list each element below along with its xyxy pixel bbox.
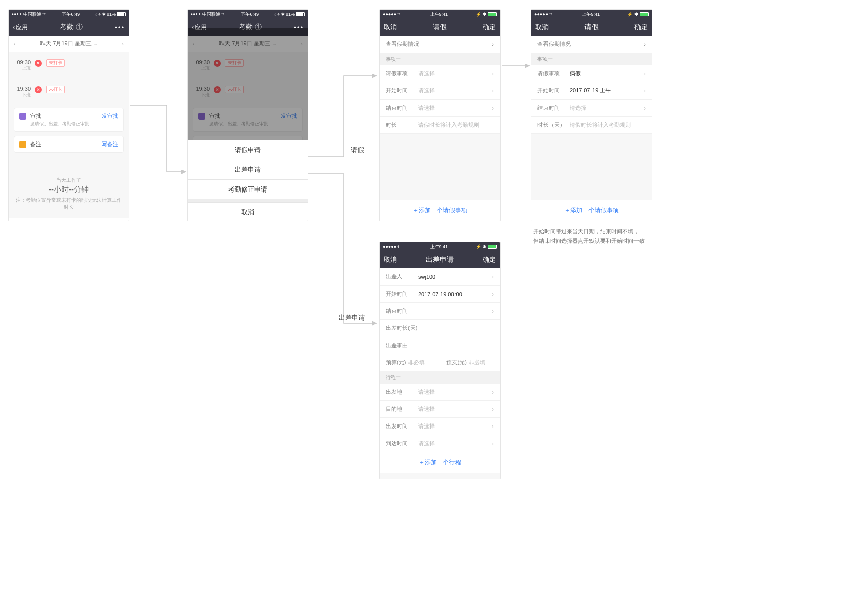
sheet-option-leave[interactable]: 请假申请 [188, 140, 308, 160]
chevron-right-icon: › [492, 291, 494, 298]
trip-reason-row[interactable]: 出差事由 [380, 337, 500, 354]
chevron-right-icon: › [644, 87, 646, 94]
status-bar: ●●●●● ᯤ 上午9:41 ⚡ ✱ [380, 10, 500, 19]
note-card: 备注 写备注 [14, 136, 124, 153]
leave-type-row[interactable]: 请假事项 请选择 › [380, 65, 500, 82]
duration-row: 时长（天） 请假时长将计入考勤规则 [531, 117, 652, 134]
alert-icon: ✕ [35, 86, 42, 93]
chevron-left-icon[interactable]: ‹ [14, 41, 16, 47]
sheet-option-correction[interactable]: 考勤修正申请 [188, 179, 308, 199]
cancel-button[interactable]: 取消 [384, 255, 397, 264]
screen-trip-apply: ●●●●● ᯤ 上午9:41 ⚡ ✱ 取消 出差申请 确定 出差人 swj100… [379, 242, 501, 479]
trip-start-row[interactable]: 开始时间 2017-07-19 08:00 › [380, 286, 500, 303]
confirm-button[interactable]: 确定 [483, 255, 496, 264]
trip-depart-row[interactable]: 出发时间 请选择 › [380, 418, 500, 435]
chevron-right-icon: › [492, 70, 494, 77]
status-tag: 未打卡 [46, 86, 65, 93]
end-time-row[interactable]: 结束时间 请选择 › [380, 100, 500, 117]
chevron-right-icon: › [492, 41, 494, 48]
add-trip-button[interactable]: ＋添加一个行程 [380, 452, 500, 473]
chevron-down-icon: ⌄ [93, 40, 98, 46]
bluetooth-icon: ⚡ ✱ [627, 12, 639, 17]
wifi-icon: ᯤ [221, 12, 226, 17]
start-time-row[interactable]: 开始时间 请选择 › [380, 82, 500, 100]
start-time-row[interactable]: 开始时间 2017-07-19 上午 › [531, 82, 652, 100]
bluetooth-icon: ⚡ ✱ [476, 244, 487, 249]
flow-label-leave: 请假 [351, 146, 364, 155]
wifi-icon: ᯤ [549, 12, 554, 17]
duration-row: 时长 请假时长将计入考勤规则 [380, 117, 500, 134]
cancel-button[interactable]: 取消 [535, 23, 549, 32]
nav-bar: 取消 出差申请 确定 [380, 251, 500, 268]
trip-arrive-row[interactable]: 到达时间 请选择 › [380, 435, 500, 452]
chevron-left-icon: ‹ [13, 24, 15, 31]
section-header: 事项一 [380, 53, 500, 65]
start-approval-button[interactable]: 发审批 [102, 112, 118, 120]
chevron-right-icon: › [644, 41, 646, 48]
view-vacation-link[interactable]: 查看假期情况› [531, 36, 652, 53]
screen-attendance-sheet: •••∘∘ 中国联通 ᯤ 下午6:49 ⟐ ⌖ ✱ 81% ‹应用 考勤 ① •… [187, 9, 308, 221]
signal-icon: ●●●●● [534, 12, 548, 17]
screen-leave-filled: ●●●●● ᯤ 上午9:41 ⚡ ✱ 取消 请假 确定 查看假期情况› 事项一 … [531, 9, 652, 221]
section-header: 事项一 [531, 53, 652, 65]
chevron-right-icon: › [492, 423, 494, 430]
nav-bar: ‹应用 考勤 ① ••• [9, 19, 129, 36]
signal-icon: •••∘∘ [191, 12, 201, 17]
nav-title: 请假 [549, 23, 634, 32]
confirm-button[interactable]: 确定 [483, 23, 496, 32]
chevron-right-icon[interactable]: › [122, 41, 124, 47]
nav-bar: 取消 请假 确定 [531, 19, 652, 36]
add-leave-item-button[interactable]: ＋添加一个请假事项 [531, 200, 652, 221]
chevron-right-icon: › [492, 87, 494, 94]
sheet-cancel[interactable]: 取消 [188, 202, 308, 221]
chevron-right-icon: › [644, 105, 646, 112]
signal-icon: •••∘∘ [12, 12, 22, 17]
work-duration-summary: 当天工作了 --小时--分钟 注：考勤位置异常或未打卡的时段无法计算工作时长 [9, 157, 129, 218]
bluetooth-icon: ⚡ ✱ [476, 12, 487, 17]
add-leave-item-button[interactable]: ＋添加一个请假事项 [380, 200, 500, 221]
action-sheet: 请假申请 出差申请 考勤修正申请 取消 [188, 140, 308, 221]
status-bar: •••∘∘ 中国联通 ᯤ 下午6:49 ⟐ ⌖ ✱ 81% [9, 10, 129, 19]
screen-attendance: •••∘∘ 中国联通 ᯤ 下午6:49 ⟐ ⌖ ✱ 81% ‹应用 考勤 ① •… [8, 9, 129, 221]
trip-duration-row[interactable]: 出差时长(天) [380, 320, 500, 337]
trip-budget-row[interactable]: 预算(元) 非必填 预支(元) 非必填 [380, 354, 500, 371]
trip-end-row[interactable]: 结束时间 › [380, 303, 500, 320]
chevron-right-icon: › [492, 105, 494, 112]
confirm-button[interactable]: 确定 [634, 23, 648, 32]
nav-bar: 取消 请假 确定 [380, 19, 500, 36]
wifi-icon: ᯤ [397, 244, 402, 249]
approval-card: 审批 发请假、出差、考勤修正审批 发审批 [14, 108, 124, 132]
chevron-right-icon: › [492, 440, 494, 447]
chevron-right-icon: › [644, 70, 646, 77]
chevron-right-icon: › [492, 389, 494, 396]
design-note: 开始时间带过来当天日期，结束时间不填， 但结束时间选择器点开默认要和开始时间一致 [533, 227, 665, 245]
wifi-icon: ᯤ [397, 12, 402, 17]
date-selector[interactable]: ‹ 昨天 7月19日 星期三 ⌄ › [9, 36, 129, 52]
view-vacation-link[interactable]: 查看假期情况› [380, 36, 500, 53]
status-bar: ●●●●● ᯤ 上午9:41 ⚡ ✱ [531, 10, 652, 19]
note-icon [19, 141, 26, 148]
write-note-button[interactable]: 写备注 [102, 140, 118, 148]
signal-icon: ●●●●● [383, 12, 396, 17]
section-header: 行程一 [380, 371, 500, 384]
back-button[interactable]: ‹应用 [13, 23, 28, 32]
trip-from-row[interactable]: 出发地 请选择 › [380, 384, 500, 401]
alert-icon: ✕ [35, 60, 42, 67]
trip-person-row[interactable]: 出差人 swj100 › [380, 268, 500, 286]
timeline: 09:30上班 ✕ 未打卡 19:30下班 ✕ 未打卡 [9, 52, 129, 104]
bluetooth-icon: ⟐ ⌖ ✱ [274, 12, 285, 17]
end-time-row[interactable]: 结束时间 请选择 › [531, 100, 652, 117]
chevron-right-icon: › [492, 308, 494, 315]
status-tag: 未打卡 [46, 59, 65, 67]
cancel-button[interactable]: 取消 [384, 23, 397, 32]
nav-title: 出差申请 [397, 255, 483, 264]
sheet-option-trip[interactable]: 出差申请 [188, 160, 308, 179]
more-button[interactable]: ••• [115, 24, 125, 31]
bluetooth-icon: ⟐ ⌖ ✱ [95, 12, 106, 17]
trip-to-row[interactable]: 目的地 请选择 › [380, 401, 500, 418]
leave-type-row[interactable]: 请假事项 病假 › [531, 65, 652, 82]
screen-leave-empty: ●●●●● ᯤ 上午9:41 ⚡ ✱ 取消 请假 确定 查看假期情况› 事项一 … [379, 9, 501, 221]
chevron-right-icon: › [492, 273, 494, 280]
flow-label-trip: 出差申请 [339, 313, 365, 322]
nav-title: 考勤 ① [28, 23, 115, 32]
